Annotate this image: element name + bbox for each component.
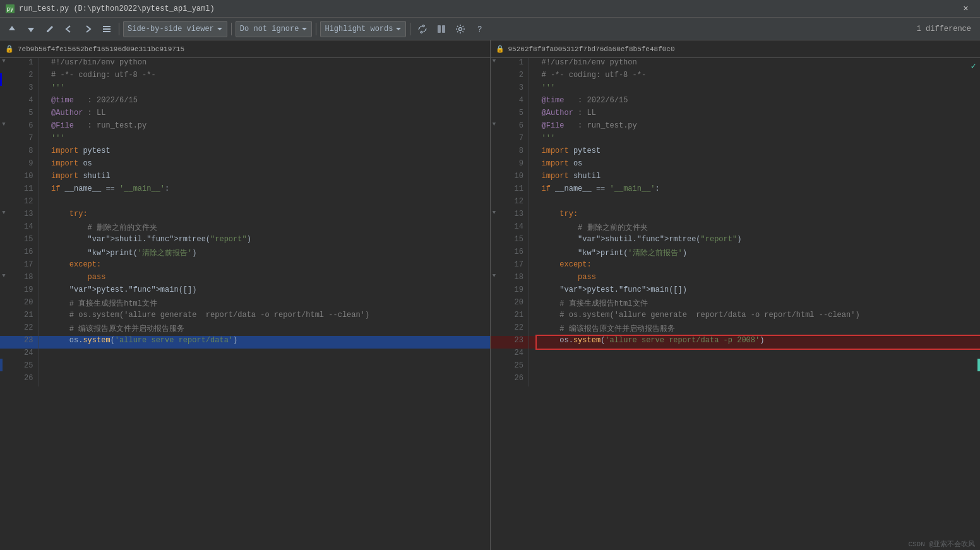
table-row: 2# -*- coding: utf-8 -*- xyxy=(491,71,981,83)
line-number: 1 xyxy=(498,58,529,71)
gutter-cell xyxy=(0,311,8,323)
close-button[interactable]: × xyxy=(952,0,980,18)
change-col xyxy=(529,311,537,323)
line-number: 5 xyxy=(8,109,39,121)
edit-button[interactable] xyxy=(42,21,58,37)
line-content: ''' xyxy=(537,83,981,96)
ignore-dropdown[interactable]: Do not ignore xyxy=(236,21,313,37)
line-number: 13 xyxy=(498,210,529,222)
table-row: ▼1#!/usr/bin/env python xyxy=(0,58,490,71)
table-row: 21 # os.system('allure generate report/d… xyxy=(0,311,490,323)
menu-button[interactable] xyxy=(99,21,115,37)
table-row: 24 xyxy=(491,349,981,361)
line-content xyxy=(46,361,490,374)
viewer-dropdown[interactable]: Side-by-side viewer xyxy=(123,21,227,37)
line-content: pass xyxy=(46,273,490,285)
left-diff-pane[interactable]: ▼1#!/usr/bin/env python2# -*- coding: ut… xyxy=(0,58,491,550)
settings-button[interactable] xyxy=(452,21,469,37)
table-row: 10import shutil xyxy=(0,172,490,184)
line-content: # -*- coding: utf-8 -*- xyxy=(46,71,490,83)
sync-button[interactable] xyxy=(414,21,431,37)
line-content: # 编该报告原文件并启动报告服务 xyxy=(46,323,490,336)
gutter-cell xyxy=(491,146,498,159)
help-button[interactable]: ? xyxy=(471,21,487,37)
gutter-cell xyxy=(0,159,8,172)
table-row: ▼13 try: xyxy=(491,210,981,222)
line-content: import shutil xyxy=(46,172,490,184)
line-content: "var">pytest."func">main([]) xyxy=(46,285,490,298)
line-number: 3 xyxy=(498,83,529,96)
diff-area: ▼1#!/usr/bin/env python2# -*- coding: ut… xyxy=(0,58,980,550)
line-content xyxy=(46,374,490,386)
line-content: import pytest xyxy=(537,146,981,159)
change-col xyxy=(39,311,46,323)
gutter-cell xyxy=(491,260,498,273)
line-number: 24 xyxy=(8,349,39,361)
table-row: ▼18 pass xyxy=(0,273,490,285)
line-content: "var">pytest."func">main([]) xyxy=(537,285,981,298)
table-row: 7''' xyxy=(0,134,490,146)
line-content: import pytest xyxy=(46,146,490,159)
gutter-cell: ▼ xyxy=(491,58,498,71)
line-number: 15 xyxy=(8,235,39,248)
table-row: 2# -*- coding: utf-8 -*- xyxy=(0,71,490,83)
table-row: 26 xyxy=(0,374,490,386)
change-col xyxy=(39,197,46,210)
change-col xyxy=(529,96,537,109)
change-col xyxy=(529,222,537,235)
line-content xyxy=(537,374,981,386)
line-number: 18 xyxy=(8,273,39,285)
line-content xyxy=(46,349,490,361)
gutter-cell xyxy=(491,71,498,83)
table-row: 5@Author : LL xyxy=(0,109,490,121)
app-icon: py xyxy=(5,4,15,14)
back-button[interactable] xyxy=(61,21,77,37)
change-col xyxy=(39,159,46,172)
line-number: 6 xyxy=(8,121,39,134)
gutter-cell: ▼ xyxy=(0,210,8,222)
change-col xyxy=(529,159,537,172)
right-diff-pane[interactable]: ▼1#!/usr/bin/env python2# -*- coding: ut… xyxy=(491,58,981,550)
change-col xyxy=(39,146,46,159)
line-content: if __name__ == '__main__': xyxy=(537,184,981,197)
table-row: 16 "kw">print('清除之前报告') xyxy=(491,248,981,260)
highlight-dropdown[interactable]: Highlight words xyxy=(320,21,406,37)
diff-count: 1 difference xyxy=(917,25,976,33)
line-content xyxy=(46,197,490,210)
line-number: 2 xyxy=(8,71,39,83)
line-number: 23 xyxy=(8,336,39,349)
gutter-cell xyxy=(0,248,8,260)
line-number: 25 xyxy=(8,361,39,374)
table-row: 16 "kw">print('清除之前报告') xyxy=(0,248,490,260)
line-content: @File : run_test.py xyxy=(537,121,981,134)
navigate-down-button[interactable] xyxy=(23,21,39,37)
forward-button[interactable] xyxy=(80,21,96,37)
change-col xyxy=(39,83,46,96)
table-row: 3''' xyxy=(0,83,490,96)
line-number: 22 xyxy=(498,323,529,336)
navigate-up-button[interactable] xyxy=(4,21,20,37)
line-content: import os xyxy=(537,159,981,172)
gutter-cell xyxy=(0,336,8,349)
gutter-cell xyxy=(0,109,8,121)
table-row: 9import os xyxy=(0,159,490,172)
table-row: 5@Author : LL xyxy=(491,109,981,121)
gutter-cell: ▼ xyxy=(0,273,8,285)
gutter-cell xyxy=(0,323,8,336)
gutter-cell xyxy=(0,374,8,386)
line-number: 21 xyxy=(498,311,529,323)
change-col xyxy=(529,336,537,349)
change-col xyxy=(39,298,46,311)
table-row: 19 "var">pytest."func">main([]) xyxy=(0,285,490,298)
change-col xyxy=(529,323,537,336)
table-row: 14 # 删除之前的文件夹 xyxy=(491,222,981,235)
line-content: @File : run_test.py xyxy=(46,121,490,134)
table-row: 11if __name__ == '__main__': xyxy=(491,184,981,197)
line-content: ''' xyxy=(46,134,490,146)
line-number: 25 xyxy=(498,361,529,374)
columns-button[interactable] xyxy=(433,21,450,37)
change-col xyxy=(529,121,537,134)
change-col xyxy=(39,349,46,361)
table-row: 11if __name__ == '__main__': xyxy=(0,184,490,197)
separator-1 xyxy=(119,23,119,35)
